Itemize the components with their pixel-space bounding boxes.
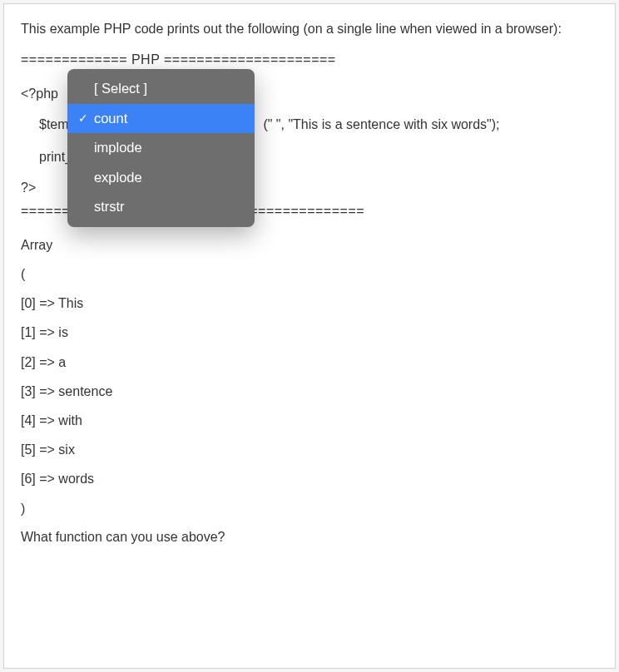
- output-line: (: [21, 259, 598, 289]
- output-line: ): [21, 494, 598, 523]
- code-temp-line: $temp count [ Select ] ✓ c: [21, 110, 598, 140]
- output-line: [0] => This: [21, 289, 598, 318]
- intro-text: This example PHP code prints out the fol…: [21, 19, 598, 39]
- dropdown-menu: [ Select ] ✓ count implode explode: [67, 69, 255, 226]
- option-label: explode: [94, 169, 142, 186]
- question-container: This example PHP code prints out the fol…: [3, 3, 616, 669]
- question-text: What function can you use above?: [21, 530, 598, 545]
- output-line: [2] => a: [21, 348, 598, 377]
- output-line: [3] => sentence: [21, 377, 598, 406]
- output-line: [4] => with: [21, 406, 598, 435]
- option-label: strstr: [94, 198, 125, 215]
- output-line: [5] => six: [21, 435, 598, 464]
- dropdown-option-implode[interactable]: implode: [67, 133, 255, 162]
- code-block: <?php $temp count [ Select ]: [21, 79, 598, 202]
- output-line: [6] => words: [21, 464, 598, 493]
- dropdown-option-count[interactable]: ✓ count: [67, 104, 255, 133]
- output-line: [1] => is: [21, 318, 598, 347]
- check-icon: ✓: [76, 111, 91, 126]
- option-label: implode: [94, 139, 142, 156]
- dropdown-option-explode[interactable]: explode: [67, 163, 255, 192]
- dropdown-option-placeholder[interactable]: [ Select ]: [67, 74, 255, 103]
- php-divider: ============= PHP =====================: [21, 52, 598, 67]
- option-label: count: [94, 110, 127, 127]
- output-line: Array: [21, 230, 598, 259]
- option-label: [ Select ]: [94, 80, 147, 97]
- output-section: Array ( [0] => This [1] => is [2] => a […: [21, 230, 598, 523]
- temp-suffix: (" ", "This is a sentence with six words…: [263, 117, 499, 131]
- dropdown-option-strstr[interactable]: strstr: [67, 192, 255, 221]
